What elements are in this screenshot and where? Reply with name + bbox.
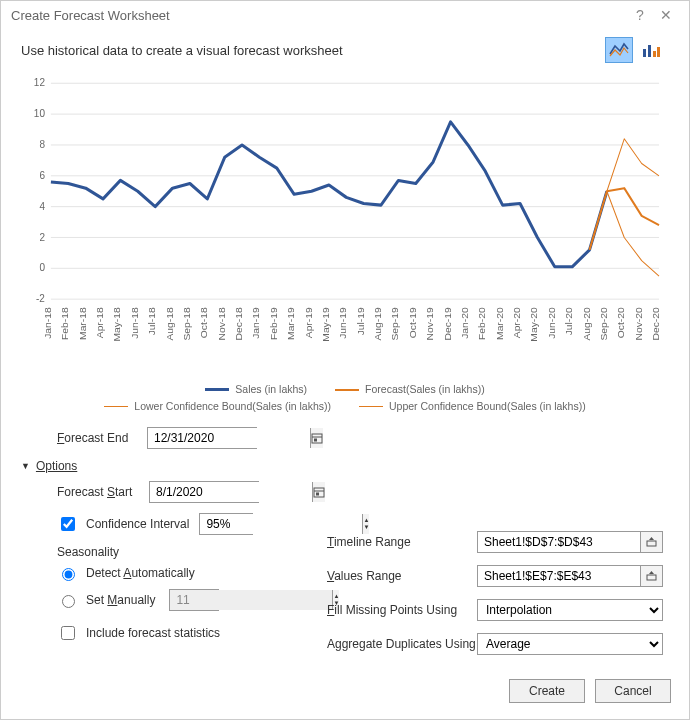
set-manually-label: Set Manually — [86, 593, 155, 607]
svg-text:Jan-20: Jan-20 — [459, 307, 470, 339]
svg-text:8: 8 — [39, 139, 45, 150]
svg-text:Oct-19: Oct-19 — [407, 307, 418, 338]
svg-text:10: 10 — [34, 108, 45, 119]
range-picker-icon[interactable] — [640, 532, 662, 552]
svg-text:4: 4 — [39, 201, 45, 212]
include-stats-checkbox[interactable]: Include forecast statistics — [57, 623, 220, 643]
values-range-label: Values Range — [327, 569, 477, 583]
create-button[interactable]: Create — [509, 679, 585, 703]
svg-text:Apr-18: Apr-18 — [94, 307, 105, 338]
subtitle: Use historical data to create a visual f… — [21, 43, 605, 58]
legend-upper: Upper Confidence Bound(Sales (in lakhs)) — [359, 398, 586, 415]
svg-text:Dec-20: Dec-20 — [650, 307, 661, 340]
forecast-end-input[interactable] — [147, 427, 257, 449]
set-manually-radio[interactable]: Set Manually ▲▼ — [57, 589, 297, 611]
cancel-button[interactable]: Cancel — [595, 679, 671, 703]
window-title: Create Forecast Worksheet — [11, 8, 627, 23]
create-forecast-dialog: Create Forecast Worksheet ? ✕ Use histor… — [0, 0, 690, 720]
svg-text:Mar-19: Mar-19 — [285, 307, 296, 340]
svg-text:Feb-18: Feb-18 — [59, 307, 70, 340]
svg-text:0: 0 — [39, 262, 45, 273]
confidence-interval-checkbox[interactable]: Confidence Interval — [57, 514, 189, 534]
svg-text:Jun-19: Jun-19 — [337, 307, 348, 339]
svg-rect-64 — [647, 575, 656, 580]
svg-text:Nov-18: Nov-18 — [216, 307, 227, 340]
svg-text:-2: -2 — [36, 293, 45, 304]
timeline-range-input[interactable] — [477, 531, 663, 553]
legend-sales: Sales (in lakhs) — [205, 381, 307, 398]
svg-text:Oct-20: Oct-20 — [615, 307, 626, 338]
svg-marker-65 — [649, 571, 654, 574]
svg-text:Sep-18: Sep-18 — [181, 307, 192, 340]
chart-legend: Sales (in lakhs) Forecast(Sales (in lakh… — [1, 381, 689, 421]
svg-text:May-19: May-19 — [320, 307, 331, 342]
svg-text:Aug-19: Aug-19 — [372, 307, 383, 340]
svg-text:12: 12 — [34, 77, 45, 88]
forecast-chart: -2024681012Jan-18Feb-18Mar-18Apr-18May-1… — [21, 73, 669, 381]
svg-text:Jul-18: Jul-18 — [146, 307, 157, 335]
svg-text:Jun-18: Jun-18 — [129, 307, 140, 339]
column-chart-toggle[interactable] — [637, 37, 665, 63]
fill-missing-select[interactable]: Interpolation — [477, 599, 663, 621]
options-disclosure[interactable]: ▼ Options — [21, 459, 663, 473]
form: Forecast End ▼ Options Forecast Start — [1, 421, 689, 667]
calendar-icon[interactable] — [310, 428, 323, 448]
chart-type-toggle — [605, 37, 669, 63]
aggregate-label: Aggregate Duplicates Using — [327, 637, 477, 651]
column-chart-icon — [641, 42, 661, 58]
calendar-icon[interactable] — [312, 482, 325, 502]
svg-rect-2 — [653, 51, 656, 57]
svg-marker-63 — [649, 537, 654, 540]
svg-text:6: 6 — [39, 170, 45, 181]
svg-text:Dec-19: Dec-19 — [442, 307, 453, 340]
svg-rect-61 — [316, 493, 319, 496]
aggregate-select[interactable]: Average — [477, 633, 663, 655]
options-label: Options — [36, 459, 77, 473]
set-manually-input[interactable]: ▲▼ — [169, 589, 219, 611]
confidence-interval-input[interactable]: ▲▼ — [199, 513, 253, 535]
svg-rect-3 — [657, 47, 660, 57]
detect-auto-radio[interactable]: Detect Automatically — [57, 565, 297, 581]
svg-text:Mar-18: Mar-18 — [77, 307, 88, 340]
seasonality-label: Seasonality — [57, 545, 297, 559]
svg-text:Jul-20: Jul-20 — [563, 307, 574, 335]
svg-text:Aug-20: Aug-20 — [581, 307, 592, 340]
svg-text:Nov-20: Nov-20 — [633, 307, 644, 340]
svg-text:May-18: May-18 — [112, 307, 123, 342]
svg-text:Dec-18: Dec-18 — [233, 307, 244, 340]
close-button[interactable]: ✕ — [653, 7, 679, 23]
svg-text:Jan-18: Jan-18 — [42, 307, 53, 339]
help-button[interactable]: ? — [627, 7, 653, 23]
line-chart-icon — [609, 42, 629, 58]
svg-text:Nov-19: Nov-19 — [424, 307, 435, 340]
fill-missing-label: Fill Missing Points Using — [327, 603, 477, 617]
forecast-start-input[interactable] — [149, 481, 259, 503]
svg-text:Jan-19: Jan-19 — [251, 307, 262, 339]
svg-rect-1 — [648, 45, 651, 57]
svg-text:Feb-19: Feb-19 — [268, 307, 279, 340]
footer: Create Cancel — [1, 667, 689, 719]
values-range-input[interactable] — [477, 565, 663, 587]
svg-text:Apr-20: Apr-20 — [511, 307, 522, 338]
forecast-start-label: Forecast Start — [57, 485, 149, 499]
disclosure-triangle-icon: ▼ — [21, 461, 30, 471]
svg-text:Jul-19: Jul-19 — [355, 307, 366, 335]
svg-rect-0 — [643, 49, 646, 57]
svg-text:Aug-18: Aug-18 — [164, 307, 175, 340]
svg-text:Oct-18: Oct-18 — [198, 307, 209, 338]
svg-rect-58 — [314, 439, 317, 442]
svg-text:Feb-20: Feb-20 — [476, 307, 487, 340]
range-picker-icon[interactable] — [640, 566, 662, 586]
svg-text:Apr-19: Apr-19 — [303, 307, 314, 338]
legend-lower: Lower Confidence Bound(Sales (in lakhs)) — [104, 398, 331, 415]
include-stats-label: Include forecast statistics — [86, 626, 220, 640]
header: Use historical data to create a visual f… — [1, 29, 689, 63]
svg-rect-62 — [647, 541, 656, 546]
svg-text:May-20: May-20 — [529, 307, 540, 342]
confidence-interval-label: Confidence Interval — [86, 517, 189, 531]
svg-text:Jun-20: Jun-20 — [546, 307, 557, 339]
svg-text:2: 2 — [39, 231, 45, 242]
line-chart-toggle[interactable] — [605, 37, 633, 63]
legend-forecast: Forecast(Sales (in lakhs)) — [335, 381, 485, 398]
detect-auto-label: Detect Automatically — [86, 566, 195, 580]
